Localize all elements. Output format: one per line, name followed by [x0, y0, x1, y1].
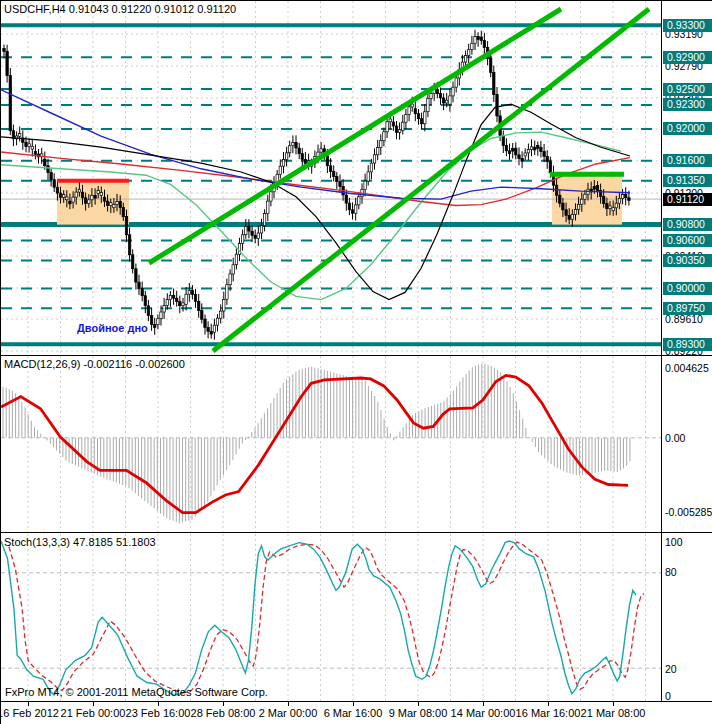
time-axis[interactable]: 16 Feb 201221 Feb 00:0023 Feb 16:0028 Fe… [1, 702, 712, 724]
price-level-badge: 0.90600 [663, 234, 712, 247]
price-axis[interactable]: 0.931900.927900.923900.912000.904100.896… [662, 1, 712, 702]
macd-indicator-panel[interactable]: MACD(12,26,9) -0.002116 -0.002600 [1, 356, 661, 532]
price-level-badge: 0.89750 [663, 302, 712, 315]
grid-layer [1, 534, 661, 701]
main-chart-panel[interactable]: USDCHF,H4 0.91043 0.91220 0.91012 0.9112… [1, 1, 661, 355]
time-tick [158, 702, 159, 706]
time-tick [28, 702, 29, 706]
platform-copyright: FxPro MT4, © 2001-2011 MetaQuotes Softwa… [5, 686, 268, 698]
price-chart-canvas[interactable] [1, 1, 661, 355]
time-label: 21 Feb 00:00 [61, 707, 126, 719]
time-tick [353, 702, 354, 706]
macd-label: MACD(12,26,9) -0.002116 -0.002600 [4, 358, 185, 370]
time-tick [483, 702, 484, 706]
time-label: 28 Feb 08:00 [191, 707, 256, 719]
price-level-badge: 0.90800 [663, 218, 712, 231]
price-level-badge: 0.92300 [663, 98, 712, 111]
macd-tick-label: -0.005285 [665, 506, 712, 518]
time-tick [418, 702, 419, 706]
time-label: 14 Mar 00:00 [451, 707, 516, 719]
panel-divider [1, 355, 712, 356]
stochastic-label: Stoch(13,3,3) 47.8185 51.1803 [4, 536, 156, 548]
time-tick [93, 702, 94, 706]
mt4-chart-window: USDCHF,H4 0.91043 0.91220 0.91012 0.9112… [0, 0, 712, 724]
time-label: 9 Mar 08:00 [389, 707, 448, 719]
price-level-badge: 0.91350 [663, 174, 712, 187]
panel-divider [1, 701, 712, 702]
double-bottom-annotation: Двойное дно [77, 322, 148, 334]
time-label: 21 Mar 08:00 [581, 707, 646, 719]
macd-canvas[interactable] [1, 356, 661, 532]
price-level-badge: 0.93300 [663, 19, 712, 32]
stoch-tick-label: 20 [665, 663, 677, 675]
time-label: 16 Feb 2012 [0, 707, 59, 719]
price-level-badge: 0.92500 [663, 83, 712, 96]
macd-histogram [3, 363, 630, 523]
stoch-k-line [1, 541, 636, 695]
chart-title: USDCHF,H4 0.91043 0.91220 0.91012 0.9112… [4, 3, 236, 15]
price-level-badge: 0.90000 [663, 282, 712, 295]
time-label: 16 Mar 16:00 [516, 707, 581, 719]
stochastic-canvas[interactable] [1, 534, 661, 701]
stoch-tick-label: 100 [665, 536, 683, 548]
time-tick [223, 702, 224, 706]
time-tick [288, 702, 289, 706]
time-label: 2 Mar 00:00 [259, 707, 318, 719]
time-tick [613, 702, 614, 706]
time-label: 23 Feb 16:00 [126, 707, 191, 719]
current-price-badge: 0.91120 [663, 193, 712, 206]
panel-divider [1, 532, 712, 533]
price-level-badge: 0.92900 [663, 51, 712, 64]
time-tick [548, 702, 549, 706]
stoch-d-line [9, 542, 644, 693]
price-level-badge: 0.91600 [663, 154, 712, 167]
price-level-badge: 0.90350 [663, 254, 712, 267]
price-level-badge: 0.92000 [663, 122, 712, 135]
macd-tick-label: 0.00 [665, 432, 685, 444]
macd-tick-label: 0.004625 [665, 362, 709, 374]
stoch-tick-label: 80 [665, 566, 677, 578]
axis-border [661, 1, 662, 702]
price-level-badge: 0.89300 [663, 338, 712, 351]
stochastic-indicator-panel[interactable]: Stoch(13,3,3) 47.8185 51.1803 FxPro MT4,… [1, 534, 661, 701]
time-label: 6 Mar 16:00 [324, 707, 383, 719]
